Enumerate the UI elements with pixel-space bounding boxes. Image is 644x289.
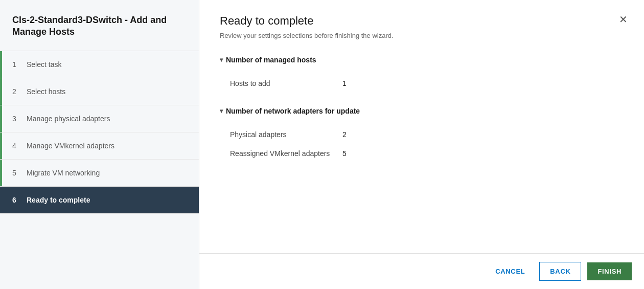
dialog: Cls-2-Standard3-DSwitch - Add and Manage…	[0, 0, 644, 289]
step-number-3: 3	[12, 115, 20, 123]
step-number-5: 5	[12, 169, 20, 177]
section-header-network-adapters: ▾Number of network adapters for update	[220, 103, 624, 119]
section-header-managed-hosts: ▾Number of managed hosts	[220, 52, 624, 68]
sidebar-step-2[interactable]: 2Select hosts	[0, 78, 199, 105]
sidebar-step-4[interactable]: 4Manage VMkernel adapters	[0, 132, 199, 160]
sidebar-step-1[interactable]: 1Select task	[0, 51, 199, 78]
section-rows-managed-hosts: Hosts to add1	[220, 74, 624, 93]
chevron-icon[interactable]: ▾	[220, 56, 223, 63]
footer: CANCEL BACK FINISH	[199, 253, 644, 289]
sidebar-step-6[interactable]: 6Ready to complete	[0, 187, 199, 214]
section-managed-hosts: ▾Number of managed hostsHosts to add1	[220, 52, 624, 93]
main-header: Ready to complete Review your settings s…	[199, 0, 644, 52]
data-row: Physical adapters2	[230, 125, 624, 144]
step-label-4: Manage VMkernel adapters	[27, 142, 114, 150]
row-value: 1	[342, 79, 347, 87]
sidebar-step-3[interactable]: 3Manage physical adapters	[0, 105, 199, 132]
step-label-6: Ready to complete	[27, 196, 90, 204]
sidebar-step-5[interactable]: 5Migrate VM networking	[0, 160, 199, 187]
data-row: Hosts to add1	[230, 74, 624, 93]
step-label-2: Select hosts	[27, 87, 65, 96]
section-title-network-adapters: Number of network adapters for update	[226, 107, 360, 115]
content-area: ▾Number of managed hostsHosts to add1▾Nu…	[199, 52, 644, 253]
step-number-4: 4	[12, 142, 20, 150]
section-title-managed-hosts: Number of managed hosts	[226, 56, 316, 64]
row-label: Physical adapters	[230, 130, 342, 139]
sidebar: Cls-2-Standard3-DSwitch - Add and Manage…	[0, 0, 199, 289]
step-label-1: Select task	[27, 60, 61, 69]
data-row: Reassigned VMkernel adapters5	[230, 144, 624, 163]
section-rows-network-adapters: Physical adapters2Reassigned VMkernel ad…	[220, 125, 624, 163]
step-label-5: Migrate VM networking	[27, 169, 100, 177]
close-button[interactable]: ✕	[615, 12, 632, 27]
row-value: 5	[342, 149, 347, 158]
cancel-button[interactable]: CANCEL	[487, 262, 533, 280]
main-panel: Ready to complete Review your settings s…	[199, 0, 644, 289]
row-label: Reassigned VMkernel adapters	[230, 149, 342, 158]
finish-button[interactable]: FINISH	[587, 262, 632, 280]
main-subtitle: Review your settings selections before f…	[220, 32, 624, 39]
main-title: Ready to complete	[220, 14, 624, 28]
row-value: 2	[342, 130, 347, 139]
section-network-adapters: ▾Number of network adapters for updatePh…	[220, 103, 624, 163]
steps-list: 1Select task2Select hosts3Manage physica…	[0, 51, 199, 289]
back-button[interactable]: BACK	[539, 262, 581, 281]
step-number-6: 6	[12, 196, 20, 204]
sidebar-title: Cls-2-Standard3-DSwitch - Add and Manage…	[0, 0, 199, 51]
chevron-icon[interactable]: ▾	[220, 107, 223, 115]
step-number-2: 2	[12, 87, 20, 96]
step-label-3: Manage physical adapters	[27, 115, 110, 123]
step-number-1: 1	[12, 60, 20, 69]
row-label: Hosts to add	[230, 79, 342, 87]
